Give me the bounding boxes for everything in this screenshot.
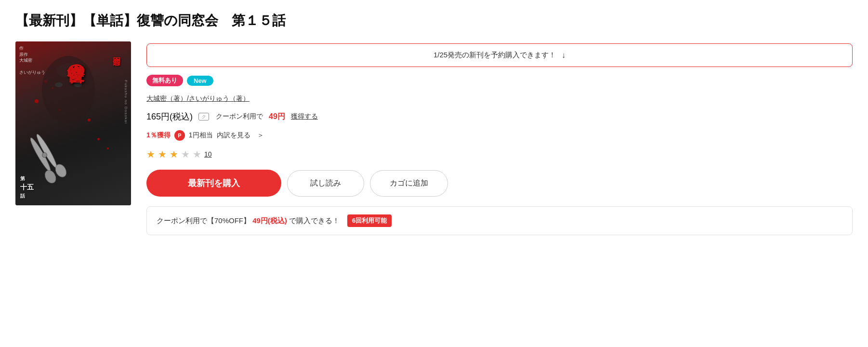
points-icon: P: [174, 130, 185, 141]
coupon-available-badge: 6回利用可能: [347, 214, 392, 227]
reservation-text: 1/25発売の新刊を予約購入できます！: [434, 51, 556, 60]
coupon-bottom-text: クーポン利用で【70%OFF】 49円(税込) で購入できる！: [157, 216, 340, 226]
info-panel: 1/25発売の新刊を予約購入できます！ ↓ 無料あり New 大城密（著）/さい…: [146, 41, 853, 235]
badge-new: New: [187, 76, 213, 86]
cover-scissors: [30, 126, 68, 186]
coupon-price: 49円: [269, 112, 285, 122]
reservation-banner[interactable]: 1/25発売の新刊を予約購入できます！ ↓: [146, 43, 853, 67]
coupon-bottom-suffix: で購入できる！: [289, 216, 340, 225]
coupon-bottom-price: 49円(税込): [252, 216, 287, 225]
svg-point-6: [55, 82, 63, 87]
stars-row: ★ ★ ★ ★ ★ 10: [146, 148, 853, 160]
star-2: ★: [158, 148, 167, 160]
trial-button[interactable]: 試し読み: [287, 170, 364, 197]
coupon-bottom-banner[interactable]: クーポン利用で【70%OFF】 49円(税込) で購入できる！ 6回利用可能: [146, 206, 853, 235]
star-4: ★: [181, 148, 190, 160]
author-row: 大城密（著）/さいがりゅう（著）: [146, 94, 853, 103]
points-percent: 1％獲得: [146, 131, 171, 140]
coupon-action-link[interactable]: 獲得する: [291, 112, 318, 121]
coupon-ticket-icon: ク: [198, 113, 209, 120]
cover-title: 復讐の: [64, 51, 87, 74]
cover-credits: 作 原作 大城密 さいがりゅう: [19, 45, 45, 76]
review-count-link[interactable]: 10: [204, 150, 212, 158]
coupon-prefix-text: クーポン利用で: [216, 112, 263, 121]
svg-point-7: [74, 82, 82, 87]
page-title: 【最新刊】【単話】復讐の同窓会 第１５話: [15, 12, 853, 30]
star-1: ★: [146, 148, 155, 160]
points-detail-link[interactable]: 内訳を見る ＞: [217, 131, 264, 140]
points-amount: 1円相当: [189, 131, 213, 140]
reservation-arrow-icon: ↓: [562, 51, 566, 60]
points-row: 1％獲得 P 1円相当 内訳を見る ＞: [146, 130, 853, 141]
cart-button[interactable]: カゴに追加: [370, 170, 448, 197]
coupon-bottom-prefix: クーポン利用で【70%OFF】: [157, 216, 250, 225]
badge-free: 無料あり: [146, 75, 183, 86]
cover-romanized-title: Fukushu no Dosokai: [124, 80, 128, 124]
action-buttons: 最新刊を購入 試し読み カゴに追加: [146, 170, 853, 197]
buy-button[interactable]: 最新刊を購入: [146, 170, 281, 197]
main-content: 作 原作 大城密 さいがりゅう 復讐の 同窓会: [15, 41, 853, 235]
star-3: ★: [170, 148, 178, 160]
badges-row: 無料あり New: [146, 75, 853, 86]
star-5: ★: [193, 148, 201, 160]
price-main: 165円(税込): [146, 111, 193, 122]
book-cover: 作 原作 大城密 さいがりゅう 復讐の 同窓会: [15, 41, 131, 205]
author-link[interactable]: 大城密（著）/さいがりゅう（著）: [146, 94, 250, 102]
price-row: 165円(税込) ク クーポン利用で 49円 獲得する: [146, 111, 853, 122]
